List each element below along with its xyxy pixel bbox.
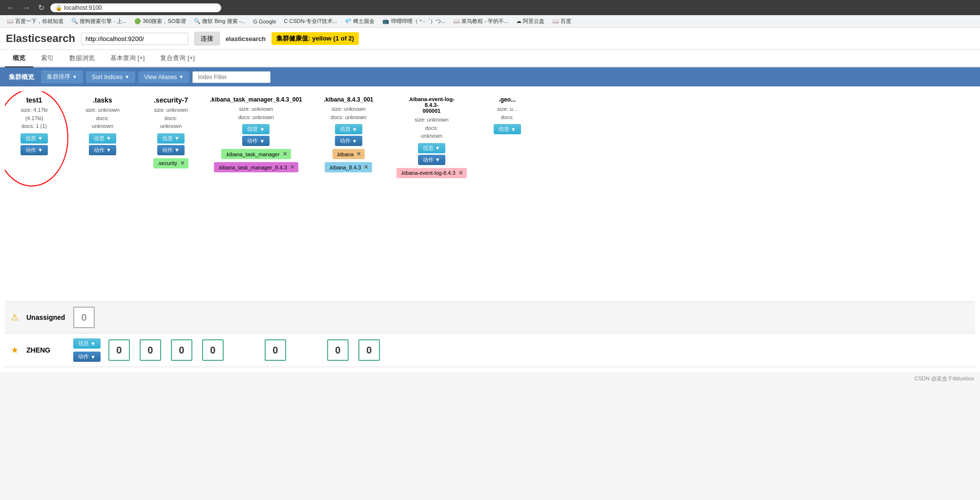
nav-tabs: 概览 索引 数据浏览 基本查询 [+] 复合查询 [+]	[0, 50, 980, 67]
index-name-k843: .kibana_8.4.3_001	[324, 96, 373, 103]
alias-kibana843: .kibana_8.4.3 ✕	[325, 162, 372, 172]
info-button-zheng[interactable]: 信息 ▼	[73, 338, 101, 349]
alias-ktm2: .kibana_task_manager_8.4.3 ✕	[214, 162, 298, 172]
bookmark-runoob[interactable]: 📖 菜鸟教程 - 学的不...	[450, 17, 511, 26]
unassigned-shard-0: 0	[73, 307, 95, 328]
sort-indices-button[interactable]: Sort Indices ▼	[86, 71, 135, 83]
index-card-kibana843: .kibana_8.4.3_001 size: unknowndocs: unk…	[312, 96, 385, 172]
alias-security: .security ✕	[153, 158, 188, 168]
connect-button[interactable]: 连接	[194, 32, 220, 45]
alias-close-kel-icon[interactable]: ✕	[459, 170, 463, 176]
action-button-tasks[interactable]: 动作 ▼	[89, 145, 116, 155]
index-meta-k843: size: unknowndocs: unknown	[331, 105, 366, 121]
nodes-section: ⚠ Unassigned 0 ★ ZHENG 信息 ▼	[5, 301, 975, 367]
lock-icon: 🔒	[55, 4, 63, 11]
star-icon: ★	[11, 345, 19, 355]
info-button-test1[interactable]: 信息 ▼	[21, 133, 48, 144]
index-filter-input[interactable]	[192, 71, 271, 83]
bookmarks-bar: 📖 百度一下，你就知道 🔍 搜狗搜索引擎 - 上... 🟢 360搜索，SO靠谱…	[0, 15, 980, 28]
bookmark-sougou[interactable]: 🔍 搜狗搜索引擎 - 上...	[68, 17, 129, 26]
main-content: test1 size: 4.17ki(4.17ki)docs: 1 (1) 信息…	[0, 86, 980, 372]
index-meta-test1: size: 4.17ki(4.17ki)docs: 1 (1)	[21, 106, 47, 130]
bookmark-baidu2[interactable]: 📖 百度	[549, 17, 574, 26]
index-name-ktm: .kibana_task_manager_8.4.3_001	[210, 96, 302, 103]
zheng-shard-4: 0	[265, 339, 286, 361]
bookmark-bing[interactable]: 🔍 微软 Bing 搜索 -...	[191, 17, 248, 26]
zheng-shard-1: 0	[140, 339, 161, 361]
browser-chrome: ← → ↻ 🔒 localhost:9100	[0, 0, 980, 15]
reload-button[interactable]: ↻	[36, 3, 46, 12]
sort-cluster-arrow-icon: ▼	[72, 74, 77, 80]
action-button-test1[interactable]: 动作 ▼	[21, 145, 48, 155]
sort-indices-arrow-icon: ▼	[125, 74, 129, 80]
bookmark-juejin[interactable]: 💎 稀土掘金	[342, 17, 377, 26]
footer: CSDN @蓝盒子itbluebox	[0, 372, 980, 385]
bookmark-aliyun[interactable]: ☁ 阿里云盘	[513, 17, 547, 26]
node-row-zheng: ★ ZHENG 信息 ▼ 动作 ▼ 0 0 0 0 0 0 0	[5, 333, 975, 367]
view-aliases-button[interactable]: View Aliases ▼	[138, 71, 189, 83]
warning-icon: ⚠	[11, 312, 19, 323]
index-meta-tasks: size: unknowndocs:unknown	[85, 106, 120, 130]
alias-close-icon[interactable]: ✕	[180, 160, 185, 167]
tab-overview[interactable]: 概览	[5, 50, 33, 67]
alias-ktm: .kibana_task_manager ✕	[221, 149, 291, 159]
current-view-label: 集群概览	[5, 71, 38, 83]
cluster-name: elasticsearch	[226, 35, 266, 42]
index-card-kibana-task-manager: .kibana_task_manager_8.4.3_001 size: unk…	[210, 96, 302, 172]
zheng-shard-6: 0	[358, 339, 380, 361]
info-button-geo[interactable]: 信息 ▼	[494, 124, 521, 134]
action-button-ktm[interactable]: 动作 ▼	[242, 136, 270, 146]
bookmark-360[interactable]: 🟢 360搜索，SO靠谱	[131, 17, 189, 26]
health-badge: 集群健康值: yellow (1 of 2)	[271, 32, 359, 45]
bookmark-baidu[interactable]: 📖 百度一下，你就知道	[4, 17, 66, 26]
alias-close-kibana843-icon[interactable]: ✕	[364, 164, 368, 170]
alias-kel: .kibana-event-log-8.4.3 ✕	[396, 168, 467, 178]
info-button-tasks[interactable]: 信息 ▼	[89, 133, 116, 144]
action-button-kel[interactable]: 动作 ▼	[418, 155, 445, 165]
bookmark-bilibili[interactable]: 📺 哔哩哔哩（＾-゜）つ...	[379, 17, 448, 26]
zheng-shard-2: 0	[171, 339, 192, 361]
action-button-security7[interactable]: 动作 ▼	[157, 145, 185, 155]
alias-close-kibana-icon[interactable]: ✕	[356, 151, 361, 157]
zheng-shards: 0 0 0 0 0 0 0	[108, 339, 380, 361]
info-button-security7[interactable]: 信息 ▼	[157, 133, 185, 144]
unassigned-shards: 0	[73, 307, 313, 328]
alias-close-ktm2-icon[interactable]: ✕	[290, 164, 294, 170]
toolbar: 集群概览 集群排序 ▼ Sort Indices ▼ View Aliases …	[0, 67, 980, 86]
info-button-ktm[interactable]: 信息 ▼	[242, 124, 270, 134]
index-meta-ktm: size: unknowndocs: unknown	[238, 105, 274, 121]
address-bar: 🔒 localhost:9100	[50, 3, 221, 12]
sort-cluster-button[interactable]: 集群排序 ▼	[41, 70, 83, 83]
index-name-tasks: .tasks	[93, 96, 112, 104]
indices-area: test1 size: 4.17ki(4.17ki)docs: 1 (1) 信息…	[5, 91, 975, 296]
alias-close-ktm-icon[interactable]: ✕	[283, 151, 287, 157]
info-button-kel[interactable]: 信息 ▼	[418, 143, 445, 153]
index-card-geo: .geo... size: u...docs: 信息 ▼	[478, 96, 537, 136]
tab-data-browse[interactable]: 数据浏览	[62, 50, 103, 67]
index-name-test1: test1	[26, 96, 42, 104]
index-card-tasks: .tasks size: unknowndocs:unknown 信息 ▼ 动作…	[73, 96, 132, 155]
alias-kibana: .kibana ✕	[333, 149, 365, 159]
index-name-geo: .geo...	[499, 96, 516, 103]
node-name-unassigned: Unassigned	[26, 313, 65, 321]
url-input[interactable]	[81, 33, 188, 45]
tab-indices[interactable]: 索引	[33, 50, 62, 67]
tab-compound-query[interactable]: 复合查询 [+]	[152, 50, 202, 67]
info-button-k843[interactable]: 信息 ▼	[335, 124, 362, 134]
node-name-zheng: ZHENG	[26, 346, 65, 354]
tab-basic-query[interactable]: 基本查询 [+]	[103, 50, 152, 67]
zheng-shard-3: 0	[202, 339, 224, 361]
node-row-unassigned: ⚠ Unassigned 0	[5, 302, 975, 333]
bookmark-csdn[interactable]: C CSDN-专业IT技术...	[281, 17, 340, 26]
forward-button[interactable]: →	[21, 3, 32, 12]
index-meta-security7: size: unknowndocs:unknown	[154, 106, 188, 130]
action-button-k843[interactable]: 动作 ▼	[335, 136, 362, 146]
bookmark-google[interactable]: G Google	[250, 17, 279, 26]
index-card-security7: .security-7 size: unknowndocs:unknown 信息…	[142, 96, 200, 168]
back-button[interactable]: ←	[5, 3, 17, 12]
zheng-node-buttons: 信息 ▼ 动作 ▼	[73, 338, 101, 362]
zheng-shard-5: 0	[327, 339, 349, 361]
app-title: Elasticsearch	[6, 32, 75, 45]
zheng-shard-0: 0	[108, 339, 130, 361]
action-button-zheng[interactable]: 动作 ▼	[73, 352, 101, 362]
